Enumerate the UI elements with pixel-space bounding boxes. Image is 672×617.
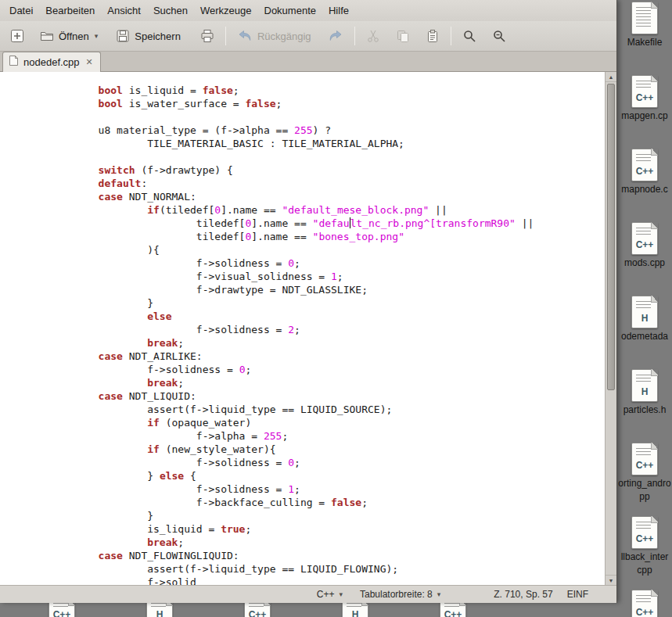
code-line[interactable]: case NDT_NORMAL: bbox=[49, 190, 605, 203]
menu-item-datei[interactable]: Datei bbox=[3, 0, 39, 21]
undo-button[interactable]: Rückgängig bbox=[232, 25, 316, 47]
file-icon-cpp: C++ bbox=[631, 222, 658, 255]
menu-item-werkzeuge[interactable]: Werkzeuge bbox=[194, 0, 258, 21]
code-line[interactable]: f->solidness = 1; bbox=[49, 482, 605, 496]
code-line[interactable]: f->solidness = 0; bbox=[49, 256, 605, 270]
code-line[interactable]: break; bbox=[49, 536, 605, 549]
file-item[interactable]: Hparticles.h bbox=[623, 369, 667, 443]
text-editor-window: DateiBearbeitenAnsichtSuchenWerkzeugeDok… bbox=[0, 0, 617, 603]
save-button[interactable]: Speichern bbox=[110, 25, 185, 47]
code-line[interactable]: f->solid bbox=[49, 576, 605, 585]
code-line[interactable]: f->backface_culling = false; bbox=[49, 496, 605, 509]
code-token: switch bbox=[99, 164, 135, 176]
menu-item-dokumente[interactable]: Dokumente bbox=[258, 0, 322, 21]
file-type-badge: C++ bbox=[632, 239, 657, 250]
code-token: false bbox=[331, 497, 361, 508]
search-replace-icon bbox=[491, 28, 507, 44]
code-token: (f->drawtype) { bbox=[135, 164, 233, 176]
code-line[interactable]: f->solidness = 0; bbox=[49, 456, 605, 469]
code-line[interactable]: f->solidness = 2; bbox=[49, 323, 605, 336]
code-token: f->alpha = bbox=[196, 430, 264, 442]
status-bar: C++ ▾ Tabulatorbreite: 8 ▾ Z. 710, Sp. 5… bbox=[0, 585, 616, 603]
open-button[interactable]: Öffnen ▾ bbox=[34, 25, 102, 47]
code-line[interactable]: bool is_liquid = false; bbox=[49, 84, 605, 97]
code-line[interactable]: f->solidness = 0; bbox=[49, 363, 605, 376]
code-line[interactable] bbox=[49, 150, 605, 163]
search-replace-button[interactable] bbox=[487, 25, 512, 47]
code-line[interactable]: default: bbox=[49, 177, 605, 190]
print-button[interactable] bbox=[195, 25, 220, 47]
code-line[interactable]: f->drawtype = NDT_GLASSLIKE; bbox=[49, 283, 605, 296]
menu-item-hilfe[interactable]: Hilfe bbox=[322, 0, 355, 21]
language-selector[interactable]: C++ ▾ bbox=[317, 589, 343, 600]
code-line[interactable]: f->alpha = 255; bbox=[49, 429, 605, 443]
code-token: NDT_AIRLIKE: bbox=[123, 350, 203, 362]
code-line[interactable]: } bbox=[49, 296, 605, 310]
code-line[interactable]: case NDT_AIRLIKE: bbox=[49, 350, 605, 363]
code-view[interactable]: bool is_liquid = false;bool is_water_sur… bbox=[0, 72, 605, 585]
code-line[interactable]: bool is_water_surface = false; bbox=[49, 97, 605, 110]
file-label: particles.h bbox=[623, 404, 667, 415]
code-line[interactable]: is_liquid = true; bbox=[49, 522, 605, 536]
file-icon-cpp: C++ bbox=[631, 75, 658, 108]
code-line[interactable]: else bbox=[49, 310, 605, 323]
code-line[interactable]: if (opaque_water) bbox=[49, 416, 605, 429]
menu-item-ansicht[interactable]: Ansicht bbox=[101, 0, 147, 21]
code-line[interactable]: f->visual_solidness = 1; bbox=[49, 270, 605, 283]
file-item[interactable]: Hodemetada bbox=[621, 296, 668, 369]
file-icon-cpp: C++ bbox=[631, 149, 658, 181]
text-lines-decoration bbox=[636, 448, 651, 455]
file-label: odemetada bbox=[621, 331, 668, 342]
code-line[interactable]: assert(f->liquid_type == LIQUID_SOURCE); bbox=[49, 403, 605, 416]
file-label: mapgen.cp bbox=[621, 110, 667, 121]
file-item[interactable]: C++orting_andropp bbox=[618, 443, 670, 516]
code-line[interactable]: tiledef[0].name == "bones_top.png" bbox=[49, 230, 605, 243]
file-item[interactable]: C++mapgen.cp bbox=[621, 75, 667, 149]
code-token: } bbox=[147, 470, 160, 482]
code-line[interactable]: tiledef[0].name == "default_nc_rb.png^[t… bbox=[49, 217, 605, 230]
file-item[interactable]: C++llback_intercpp bbox=[621, 516, 669, 590]
code-token: 2 bbox=[288, 324, 294, 335]
close-icon[interactable]: ✕ bbox=[84, 57, 95, 66]
code-token: "defau bbox=[313, 217, 350, 229]
file-item[interactable]: C++ bbox=[631, 590, 658, 617]
code-line[interactable]: if(tiledef[0].name == "default_mese_bloc… bbox=[49, 203, 605, 217]
chevron-down-icon: ▾ bbox=[95, 32, 99, 40]
file-item[interactable]: C++mapnode.c bbox=[621, 149, 667, 222]
code-line[interactable]: break; bbox=[49, 336, 605, 350]
scroll-up-arrow-icon[interactable]: ▲ bbox=[606, 72, 616, 82]
code-line[interactable]: assert(f->liquid_type == LIQUID_FLOWING)… bbox=[49, 562, 605, 576]
vertical-scrollbar[interactable]: ▲ ▼ bbox=[605, 72, 616, 585]
code-line[interactable]: u8 material_type = (f->alpha == 255) ? bbox=[49, 124, 605, 137]
code-line[interactable]: } bbox=[49, 509, 605, 522]
menu-item-bearbeiten[interactable]: Bearbeiten bbox=[39, 0, 101, 21]
file-item[interactable]: C++mods.cpp bbox=[624, 222, 665, 296]
file-item[interactable]: Makefile bbox=[627, 2, 663, 75]
tab-width-selector[interactable]: Tabulatorbreite: 8 ▾ bbox=[360, 589, 440, 600]
scrollbar-thumb[interactable] bbox=[607, 84, 615, 390]
code-line[interactable]: if (new_style_water){ bbox=[49, 443, 605, 456]
code-line[interactable]: } else { bbox=[49, 469, 605, 482]
cut-button[interactable] bbox=[361, 25, 386, 47]
scroll-down-arrow-icon[interactable]: ▼ bbox=[606, 575, 616, 585]
code-token: assert(f->liquid_type == LIQUID_SOURCE); bbox=[147, 404, 392, 415]
code-token: ].name == bbox=[251, 217, 312, 229]
code-line[interactable]: switch (f->drawtype) { bbox=[49, 163, 605, 177]
code-token: case bbox=[99, 550, 123, 561]
paste-button[interactable] bbox=[420, 25, 445, 47]
menu-item-suchen[interactable]: Suchen bbox=[147, 0, 194, 21]
code-line[interactable] bbox=[49, 110, 605, 124]
code-line[interactable]: TILE_MATERIAL_BASIC : TILE_MATERIAL_ALPH… bbox=[49, 137, 605, 150]
page-fold bbox=[651, 590, 658, 597]
code-line[interactable]: case NDT_LIQUID: bbox=[49, 389, 605, 403]
search-button[interactable] bbox=[457, 25, 482, 47]
toolbar: Öffnen ▾ Speichern Rückgängig bbox=[0, 21, 616, 52]
code-line[interactable]: ){ bbox=[49, 243, 605, 256]
new-document-button[interactable] bbox=[5, 25, 30, 47]
code-line[interactable]: case NDT_FLOWINGLIQUID: bbox=[49, 549, 605, 562]
redo-button[interactable] bbox=[322, 25, 349, 47]
copy-button[interactable] bbox=[390, 25, 415, 47]
toolbar-separator bbox=[225, 27, 226, 45]
tab-nodedef-cpp[interactable]: nodedef.cpp ✕ bbox=[2, 52, 101, 72]
code-line[interactable]: break; bbox=[49, 376, 605, 389]
